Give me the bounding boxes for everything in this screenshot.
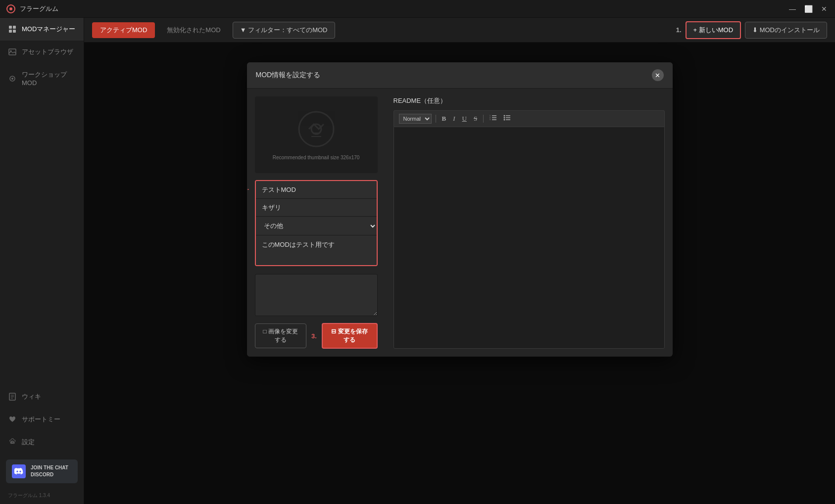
thumbnail-placeholder-icon <box>296 109 336 151</box>
sidebar-bottom: JOIN THE CHAT DISCORD <box>0 454 84 489</box>
filter-button[interactable]: ▼ フィルター：すべてのMOD <box>233 22 335 39</box>
svg-rect-4 <box>9 30 12 33</box>
sidebar-item-wiki[interactable]: ウィキ <box>0 385 84 408</box>
save-changes-button[interactable]: ⊟ 変更を保存する <box>322 323 378 349</box>
step2-label: 2. <box>247 184 249 191</box>
app-body: MODマネージャー アセットブラウザ ワークショップMOD <box>0 18 835 504</box>
sidebar-item-settings[interactable]: 設定 <box>0 431 84 454</box>
mod-description-textarea[interactable] <box>256 235 377 265</box>
restore-button[interactable]: ⬜ <box>803 4 813 14</box>
heart-icon <box>8 415 17 424</box>
modal-right-panel: README（任意） Normal H1 H2 B I <box>386 89 673 357</box>
grid-icon <box>8 25 17 34</box>
svg-rect-3 <box>13 26 16 29</box>
version-label: フラーグルム 1.3.4 <box>0 489 84 504</box>
sidebar-item-mod-manager[interactable]: MODマネージャー <box>0 18 84 41</box>
sidebar-item-label: アセットブラウザ <box>22 47 73 56</box>
svg-rect-6 <box>9 49 16 55</box>
close-button[interactable]: ✕ <box>819 4 829 14</box>
sidebar-item-label: サポートミー <box>22 415 60 424</box>
discord-icon <box>12 464 26 478</box>
modal-close-button[interactable]: ✕ <box>652 69 664 81</box>
thumbnail-area[interactable]: Recommended thumbnail size 326x170 <box>255 96 378 173</box>
mod-author-input[interactable] <box>256 199 377 217</box>
svg-point-27 <box>504 119 505 121</box>
svg-point-9 <box>11 78 13 80</box>
strikethrough-button[interactable]: S <box>472 114 479 124</box>
titlebar-left: フラーグルム <box>6 4 58 14</box>
workshop-icon <box>8 74 17 83</box>
image-icon <box>8 47 17 56</box>
sidebar-item-asset-browser[interactable]: アセットブラウザ <box>0 41 84 63</box>
modal-header: MOD情報を設定する ✕ <box>247 62 673 89</box>
step1-label: 1. <box>676 26 682 34</box>
topbar-left: アクティブMOD 無効化されたMOD ▼ フィルター：すべてのMOD <box>92 22 335 39</box>
app-icon <box>6 4 16 14</box>
sidebar: MODマネージャー アセットブラウザ ワークショップMOD <box>0 18 84 504</box>
modal-body: Recommended thumbnail size 326x170 2. その… <box>247 89 673 357</box>
svg-text:3: 3 <box>490 118 491 121</box>
app-title: フラーグルム <box>20 4 58 13</box>
change-image-button[interactable]: □ 画像を変更する <box>255 323 306 348</box>
svg-point-14 <box>299 112 334 146</box>
new-mod-button[interactable]: + 新しいMOD <box>686 21 741 39</box>
sidebar-item-label: 設定 <box>22 438 35 447</box>
tab-active-mods[interactable]: アクティブMOD <box>92 22 155 38</box>
sidebar-item-support[interactable]: サポートミー <box>0 408 84 431</box>
tab-disabled-mods[interactable]: 無効化されたMOD <box>159 22 228 38</box>
underline-button[interactable]: U <box>460 114 469 124</box>
svg-point-25 <box>504 115 505 117</box>
titlebar-controls: — ⬜ ✕ <box>787 4 829 14</box>
bold-button[interactable]: B <box>440 114 448 124</box>
sidebar-item-label: ワークショップMOD <box>22 70 76 87</box>
discord-text: JOIN THE CHAT DISCORD <box>31 464 68 478</box>
mod-extra-textarea[interactable] <box>255 274 378 316</box>
editor-toolbar: Normal H1 H2 B I U S <box>393 110 665 127</box>
editor-body[interactable] <box>393 127 665 349</box>
step3-label: 3. <box>311 332 317 340</box>
thumbnail-hint: Recommended thumbnail size 326x170 <box>273 155 360 160</box>
unordered-list-button[interactable] <box>501 114 512 124</box>
mod-category-select[interactable]: その他 ゲームプレイ グラフィック サウンド UI <box>256 217 377 235</box>
modal-title: MOD情報を設定する <box>256 71 321 80</box>
modal-dialog: MOD情報を設定する ✕ <box>247 62 673 357</box>
wiki-icon <box>8 392 17 401</box>
topbar-right: 1. + 新しいMOD ⬇ MODのインストール <box>676 21 827 39</box>
svg-rect-5 <box>13 30 16 33</box>
modal-overlay: MOD情報を設定する ✕ <box>84 43 835 504</box>
modal-left-footer: □ 画像を変更する 3. ⊟ 変更を保存する <box>255 323 378 349</box>
ordered-list-button[interactable]: 1 2 3 <box>488 114 498 124</box>
svg-point-26 <box>504 117 505 119</box>
svg-rect-2 <box>9 26 12 29</box>
discord-banner[interactable]: JOIN THE CHAT DISCORD <box>6 459 78 483</box>
modal-left-panel: Recommended thumbnail size 326x170 2. その… <box>247 89 386 357</box>
install-mod-button[interactable]: ⬇ MODのインストール <box>745 22 827 39</box>
style-select[interactable]: Normal H1 H2 <box>399 114 432 124</box>
discord-line2: DISCORD <box>31 471 68 478</box>
svg-point-1 <box>9 7 12 10</box>
toolbar-divider-1 <box>436 115 436 123</box>
content-area: アクティブMOD 無効化されたMOD ▼ フィルター：すべてのMOD 1. + … <box>84 18 835 504</box>
italic-button[interactable]: I <box>451 114 457 124</box>
readme-label: README（任意） <box>393 96 665 105</box>
titlebar: フラーグルム — ⬜ ✕ <box>0 0 835 18</box>
fields-wrapper: 2. その他 ゲームプレイ グラフィック サウンド <box>255 180 378 266</box>
discord-line1: JOIN THE CHAT <box>31 464 68 471</box>
settings-icon <box>8 438 17 447</box>
sidebar-item-label: MODマネージャー <box>22 25 75 34</box>
topbar: アクティブMOD 無効化されたMOD ▼ フィルター：すべてのMOD 1. + … <box>84 18 835 43</box>
fields-box: その他 ゲームプレイ グラフィック サウンド UI <box>255 180 378 266</box>
mod-name-input[interactable] <box>256 181 377 199</box>
sidebar-item-workshop[interactable]: ワークショップMOD <box>0 63 84 93</box>
minimize-button[interactable]: — <box>787 4 797 14</box>
main-content: MOD情報を設定する ✕ <box>84 43 835 504</box>
sidebar-item-label: ウィキ <box>22 392 41 401</box>
toolbar-divider-2 <box>483 115 484 123</box>
